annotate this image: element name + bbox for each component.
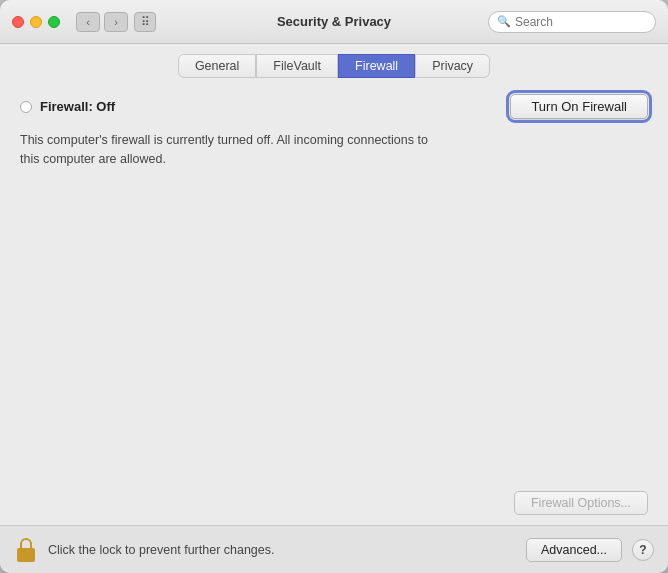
- nav-buttons: ‹ ›: [76, 12, 128, 32]
- maximize-button[interactable]: [48, 16, 60, 28]
- firewall-status-label: Firewall: Off: [40, 99, 115, 114]
- help-button[interactable]: ?: [632, 539, 654, 561]
- close-button[interactable]: [12, 16, 24, 28]
- search-icon: 🔍: [497, 15, 511, 28]
- minimize-button[interactable]: [30, 16, 42, 28]
- firewall-description: This computer's firewall is currently tu…: [20, 131, 440, 169]
- traffic-lights: [12, 16, 60, 28]
- advanced-button[interactable]: Advanced...: [526, 538, 622, 562]
- bottombar: Click the lock to prevent further change…: [0, 525, 668, 573]
- tab-privacy[interactable]: Privacy: [415, 54, 490, 78]
- search-input[interactable]: [515, 15, 647, 29]
- lock-shackle: [20, 538, 32, 548]
- firewall-options-button[interactable]: Firewall Options...: [514, 491, 648, 515]
- tab-general[interactable]: General: [178, 54, 256, 78]
- lock-icon[interactable]: [14, 536, 38, 564]
- search-bar[interactable]: 🔍: [488, 11, 656, 33]
- turn-on-firewall-button[interactable]: Turn On Firewall: [510, 94, 648, 119]
- grid-button[interactable]: ⠿: [134, 12, 156, 32]
- main-window: ‹ › ⠿ Security & Privacy 🔍 General FileV…: [0, 0, 668, 573]
- main-content: Firewall: Off Turn On Firewall This comp…: [0, 78, 668, 525]
- forward-button[interactable]: ›: [104, 12, 128, 32]
- titlebar: ‹ › ⠿ Security & Privacy 🔍: [0, 0, 668, 44]
- window-title: Security & Privacy: [277, 14, 391, 29]
- back-button[interactable]: ‹: [76, 12, 100, 32]
- firewall-row: Firewall: Off Turn On Firewall: [20, 94, 648, 119]
- firewall-status: Firewall: Off: [20, 99, 115, 114]
- tabbar: General FileVault Firewall Privacy: [0, 44, 668, 78]
- firewall-radio[interactable]: [20, 101, 32, 113]
- lock-text: Click the lock to prevent further change…: [48, 543, 516, 557]
- lock-body: [17, 548, 35, 562]
- tab-filevault[interactable]: FileVault: [256, 54, 338, 78]
- tab-firewall[interactable]: Firewall: [338, 54, 415, 78]
